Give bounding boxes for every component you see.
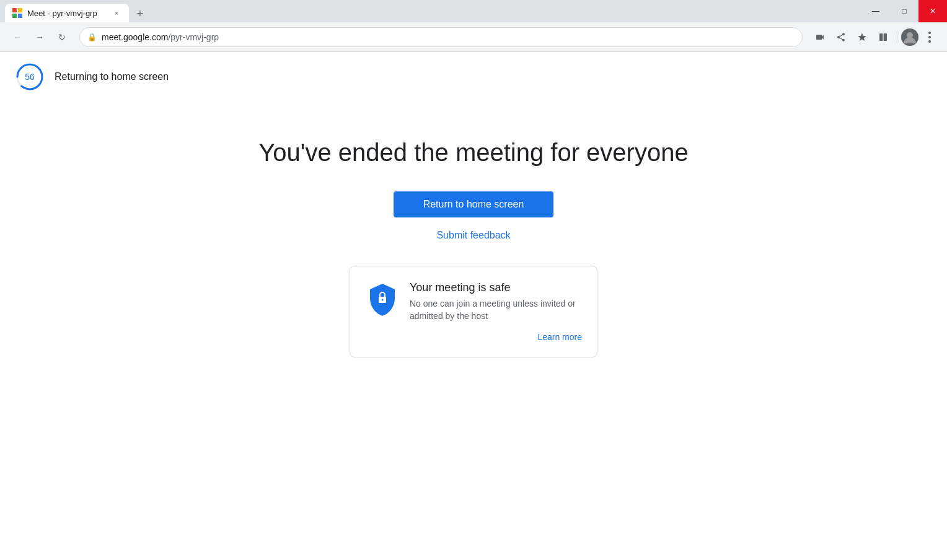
maximize-button[interactable]: □ [890,0,918,22]
tab-close-button[interactable]: × [112,8,121,18]
svg-rect-1 [18,8,22,12]
meeting-ended-title: You've ended the meeting for everyone [258,139,688,167]
back-button[interactable]: ← [7,27,27,47]
forward-button[interactable]: → [30,27,50,47]
new-tab-button[interactable]: + [131,5,149,22]
separator [897,31,897,43]
svg-rect-4 [879,33,883,41]
safety-card-header: Your meeting is safe No one can join a m… [365,281,582,322]
window-controls: — □ ✕ [861,0,947,22]
svg-rect-0 [12,8,17,12]
svg-point-8 [928,32,931,34]
address-bar-icons [810,27,940,47]
active-tab[interactable]: Meet - pyr-vmvj-grp × [5,4,129,22]
returning-text: Returning to home screen [55,71,169,82]
bookmark-icon[interactable] [852,27,872,47]
submit-feedback-link[interactable]: Submit feedback [436,230,510,241]
svg-rect-5 [884,33,887,41]
address-bar: ← → ↻ 🔒 meet.google.com/pyr-vmvj-grp [0,22,947,52]
reader-mode-icon[interactable] [873,27,893,47]
safety-card-title: Your meeting is safe [410,281,582,294]
safety-text: Your meeting is safe No one can join a m… [410,281,582,322]
status-bar: 56 Returning to home screen [0,52,947,102]
svg-rect-2 [12,14,17,18]
reload-button[interactable]: ↻ [52,27,72,47]
tab-favicon [12,8,22,18]
minimize-button[interactable]: — [861,0,890,22]
menu-button[interactable] [920,27,940,47]
learn-more-link[interactable]: Learn more [365,332,582,342]
shield-lock-icon [365,281,400,316]
lock-icon: 🔒 [87,33,97,42]
return-home-button[interactable]: Return to home screen [394,191,554,217]
safety-card: Your meeting is safe No one can join a m… [350,266,597,357]
tab-bar: Meet - pyr-vmvj-grp × + [0,0,861,22]
title-bar: Meet - pyr-vmvj-grp × + — □ ✕ [0,0,947,22]
chrome-window: Meet - pyr-vmvj-grp × + — □ ✕ ← → ↻ 🔒 me… [0,0,947,560]
countdown-timer: 56 [15,62,45,92]
url-text: meet.google.com/pyr-vmvj-grp [102,32,219,42]
countdown-number: 56 [25,72,35,82]
page-content: 56 Returning to home screen You've ended… [0,52,947,560]
share-icon[interactable] [831,27,851,47]
close-button[interactable]: ✕ [918,0,947,22]
safety-card-description: No one can join a meeting unless invited… [410,298,582,322]
tab-title-text: Meet - pyr-vmvj-grp [27,9,107,18]
svg-point-14 [382,299,384,301]
svg-rect-3 [18,14,22,18]
avatar[interactable] [901,28,918,46]
cast-icon[interactable] [810,27,830,47]
svg-point-10 [928,40,931,43]
svg-point-9 [928,36,931,38]
address-input-bar[interactable]: 🔒 meet.google.com/pyr-vmvj-grp [79,27,803,47]
main-content: You've ended the meeting for everyone Re… [0,102,947,560]
